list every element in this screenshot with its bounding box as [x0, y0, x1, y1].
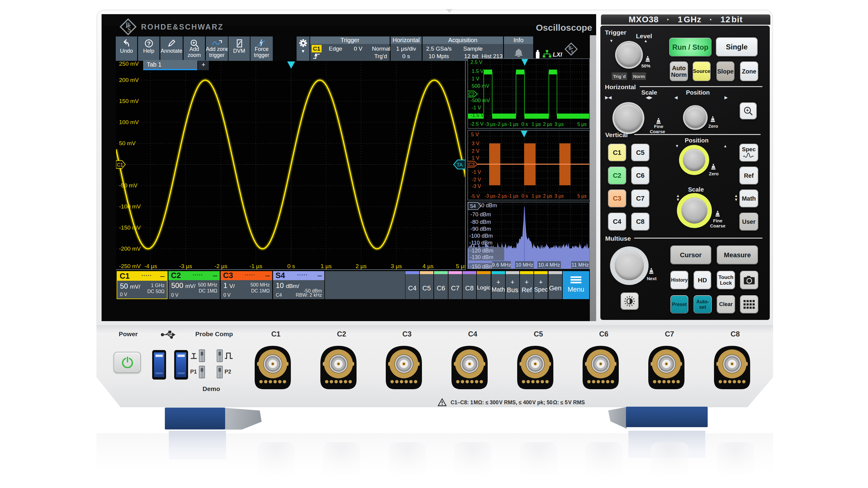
svg-text:250 mV: 250 mV [119, 61, 139, 67]
svg-text:3 µs: 3 µs [555, 122, 564, 127]
svg-text:3 V: 3 V [472, 141, 479, 147]
svg-text:1 µs: 1 µs [532, 122, 541, 127]
svg-text:-2 V: -2 V [472, 177, 481, 183]
svg-text:2 µs: 2 µs [543, 193, 553, 198]
svg-text:C1: C1 [117, 162, 123, 167]
svg-text:-3 µs: -3 µs [179, 263, 192, 269]
svg-text:3 µs: 3 µs [391, 263, 402, 269]
svg-text:-500 mV: -500 mV [470, 98, 490, 103]
svg-text:-80 dBm: -80 dBm [470, 219, 491, 225]
svg-text:S: S [571, 50, 573, 54]
svg-text:?: ? [147, 40, 151, 47]
svg-text:2 µs: 2 µs [355, 263, 367, 269]
svg-text:200 mV: 200 mV [119, 77, 139, 83]
svg-text:-1 µs: -1 µs [507, 193, 518, 198]
svg-text:11 MHz: 11 MHz [571, 262, 589, 268]
svg-text:10.4 MHz: 10.4 MHz [538, 262, 560, 268]
svg-text:-70 dBm: -70 dBm [470, 212, 491, 218]
svg-text:S4: S4 [470, 204, 476, 209]
svg-text:1 µs: 1 µs [532, 193, 541, 198]
svg-text:-120 dBm: -120 dBm [470, 248, 493, 254]
svg-text:150 mV: 150 mV [119, 98, 139, 104]
svg-text:50 mV: 50 mV [119, 140, 135, 147]
svg-text:-100 mV: -100 mV [119, 203, 141, 210]
svg-text:1 µs: 1 µs [321, 263, 332, 269]
svg-text:-200 mV: -200 mV [119, 246, 141, 252]
svg-text:-3 V: -3 V [472, 184, 481, 189]
svg-text:5 µs: 5 µs [456, 263, 466, 269]
svg-text:5 V: 5 V [471, 132, 479, 137]
svg-text:100 mV: 100 mV [119, 119, 139, 125]
svg-text:0 s: 0 s [287, 263, 295, 269]
svg-text:-1 µs: -1 µs [250, 263, 262, 269]
svg-text:S: S [127, 26, 131, 33]
svg-text:-3 µs: -3 µs [485, 193, 495, 198]
svg-text:TA: TA [457, 162, 463, 168]
svg-text:5 µs: 5 µs [578, 193, 587, 198]
svg-text:10 MHz: 10 MHz [516, 262, 533, 268]
svg-text:C3: C3 [468, 162, 475, 167]
svg-text:-130 dBm: -130 dBm [470, 254, 493, 260]
svg-text:-1 V: -1 V [472, 169, 481, 175]
svg-text:1 V: 1 V [472, 76, 479, 82]
svg-text:-110 dBm: -110 dBm [469, 240, 493, 246]
svg-text:-150 mV: -150 mV [119, 224, 141, 231]
svg-text:C2: C2 [468, 92, 475, 97]
svg-text:0 s: 0 s [521, 122, 528, 127]
svg-text:-4 µs: -4 µs [144, 263, 157, 269]
svg-text:-2 µs: -2 µs [496, 122, 507, 127]
svg-text:-2 µs: -2 µs [215, 263, 227, 269]
svg-text:-2.5 V: -2.5 V [470, 121, 484, 127]
svg-text:-50 mV: -50 mV [119, 182, 138, 189]
svg-text:-90 dBm: -90 dBm [470, 226, 491, 232]
svg-text:-2 µs: -2 µs [496, 193, 507, 198]
svg-text:-1 µs: -1 µs [507, 122, 518, 127]
svg-text:-1.5 V: -1.5 V [470, 112, 484, 118]
svg-text:0 s: 0 s [521, 193, 528, 198]
svg-text:9.6 MHz: 9.6 MHz [492, 262, 511, 268]
svg-text:4 µs: 4 µs [423, 263, 433, 269]
svg-text:5 µs: 5 µs [578, 122, 587, 127]
svg-text:-100 dBm: -100 dBm [469, 233, 493, 239]
svg-text:2 V: 2 V [472, 148, 479, 154]
svg-text:-1 V: -1 V [472, 105, 481, 110]
svg-text:1.5 V: 1.5 V [472, 68, 484, 74]
svg-text:3 µs: 3 µs [555, 193, 564, 198]
svg-text:500 mV: 500 mV [472, 83, 490, 89]
svg-text:-3 µs: -3 µs [485, 122, 495, 127]
svg-text:-5 V: -5 V [470, 193, 480, 199]
svg-text:-150 dBm: -150 dBm [470, 264, 493, 269]
svg-text:1 V: 1 V [472, 155, 479, 161]
svg-text:2.5 V: 2.5 V [470, 59, 483, 65]
svg-text:-250 mV: -250 mV [119, 263, 141, 269]
svg-text:2 µs: 2 µs [543, 122, 553, 127]
